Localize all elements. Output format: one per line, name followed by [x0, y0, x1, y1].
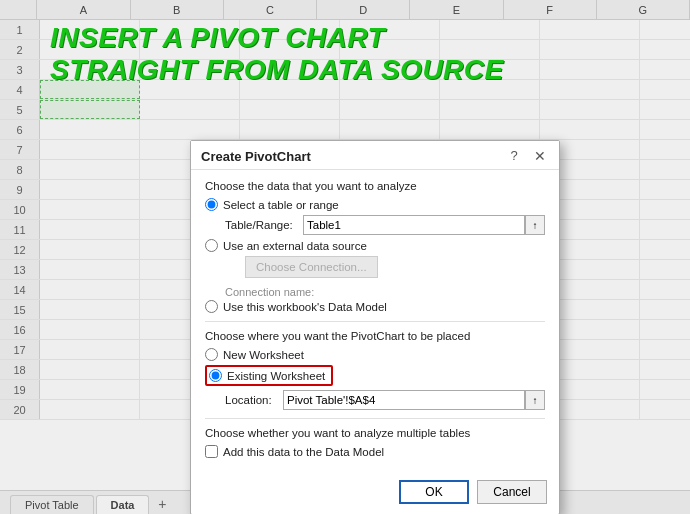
section3-label: Choose whether you want to analyze multi…: [205, 427, 545, 439]
location-row: Location: ↑: [225, 390, 545, 410]
radio-new-worksheet[interactable]: [205, 348, 218, 361]
dialog-footer: OK Cancel: [191, 474, 559, 514]
radio-select-table-row: Select a table or range: [205, 198, 545, 211]
table-range-row: Table/Range: ↑: [225, 215, 545, 235]
radio-existing-worksheet[interactable]: [209, 369, 222, 382]
add-data-model-checkbox[interactable]: [205, 445, 218, 458]
radio-new-worksheet-label[interactable]: New Worksheet: [223, 349, 304, 361]
radio-data-model-row: Use this workbook's Data Model: [205, 300, 545, 313]
dialog-body: Choose the data that you want to analyze…: [191, 170, 559, 474]
radio-existing-worksheet-row: Existing Worksheet: [205, 365, 545, 386]
dialog-help-button[interactable]: ?: [505, 147, 523, 165]
create-pivotchart-dialog: Create PivotChart ? ✕ Choose the data th…: [190, 140, 560, 514]
add-data-model-label[interactable]: Add this data to the Data Model: [223, 446, 384, 458]
table-range-label: Table/Range:: [225, 219, 303, 231]
radio-existing-worksheet-label[interactable]: Existing Worksheet: [227, 370, 325, 382]
radio-external-label[interactable]: Use an external data source: [223, 240, 367, 252]
radio-data-model[interactable]: [205, 300, 218, 313]
table-range-input[interactable]: [303, 215, 525, 235]
collapse-icon: ↑: [533, 220, 538, 231]
ok-button[interactable]: OK: [399, 480, 469, 504]
dialog-titlebar: Create PivotChart ? ✕: [191, 141, 559, 170]
radio-select-table[interactable]: [205, 198, 218, 211]
radio-external-row: Use an external data source: [205, 239, 545, 252]
dialog-close-button[interactable]: ✕: [531, 147, 549, 165]
checkbox-data-model-row: Add this data to the Data Model: [205, 445, 545, 458]
connection-name-label: Connection name:: [225, 286, 545, 298]
divider1: [205, 321, 545, 322]
location-collapse-icon: ↑: [533, 395, 538, 406]
radio-new-worksheet-row: New Worksheet: [205, 348, 545, 361]
section2-label: Choose where you want the PivotChart to …: [205, 330, 545, 342]
cancel-button[interactable]: Cancel: [477, 480, 547, 504]
radio-select-table-label[interactable]: Select a table or range: [223, 199, 339, 211]
radio-data-model-label[interactable]: Use this workbook's Data Model: [223, 301, 387, 313]
table-range-collapse-button[interactable]: ↑: [525, 215, 545, 235]
location-collapse-button[interactable]: ↑: [525, 390, 545, 410]
location-label: Location:: [225, 394, 283, 406]
dialog-title: Create PivotChart: [201, 149, 311, 164]
divider2: [205, 418, 545, 419]
location-input[interactable]: [283, 390, 525, 410]
choose-connection-button[interactable]: Choose Connection...: [245, 256, 378, 278]
radio-external[interactable]: [205, 239, 218, 252]
existing-worksheet-highlight: Existing Worksheet: [205, 365, 333, 386]
dialog-title-controls: ? ✕: [505, 147, 549, 165]
table-range-input-wrap: ↑: [303, 215, 545, 235]
section1-label: Choose the data that you want to analyze: [205, 180, 545, 192]
